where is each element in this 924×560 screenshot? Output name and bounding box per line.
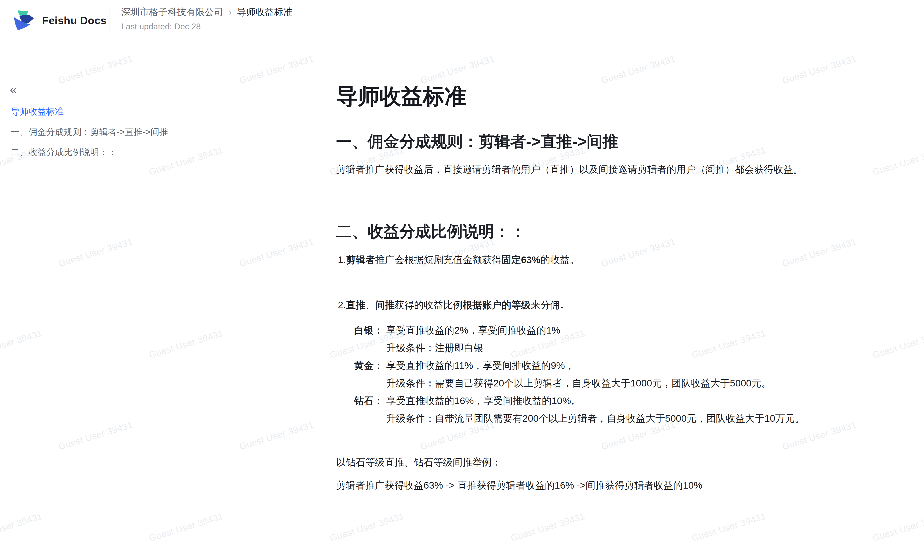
app-header: Feishu Docs 深圳市格子科技有限公司 › 导师收益标准 Last up… <box>0 0 924 40</box>
section-1-heading: 一、佣金分成规则：剪辑者->直推->间推 <box>336 131 915 152</box>
example-intro: 以钻石等级直推、钻石等级间推举例： <box>336 455 915 469</box>
outline-toc: 导师收益标准 一、佣金分成规则：剪辑者->直推->间推 二、收益分成比例说明：： <box>11 106 294 167</box>
level-gold-name: 黄金： <box>354 356 386 374</box>
brand-name: Feishu Docs <box>42 14 106 27</box>
breadcrumb: 深圳市格子科技有限公司 › 导师收益标准 <box>121 6 292 18</box>
toc-item-section-1[interactable]: 一、佣金分成规则：剪辑者->直推->间推 <box>11 127 294 138</box>
level-diamond-condition: 升级条件：自带流量团队需要有200个以上剪辑者，自身收益大于5000元，团队收益… <box>386 409 915 427</box>
guest-watermark-text: Guest User 39431 <box>238 237 315 269</box>
list-item-1-number: 1. <box>338 254 346 265</box>
level-gold-condition: 升级条件：需要自己获得20个以上剪辑者，自身收益大于1000元，团队收益大于50… <box>386 374 915 392</box>
list-item-2-number: 2. <box>338 299 346 310</box>
guest-watermark-text: Guest User 39431 <box>0 328 44 360</box>
list-item-2-bold-level: 根据账户的等级 <box>463 299 531 310</box>
doc-title: 导师收益标准 <box>336 82 915 110</box>
list-item-2-bold-indirect: 间推 <box>375 299 394 310</box>
feishu-docs-page: Guest User 39431Guest User 39431Guest Us… <box>0 0 924 560</box>
guest-watermark-text: Guest User 39431 <box>238 53 315 86</box>
guest-watermark-text: Guest User 39431 <box>57 53 134 86</box>
level-list: 白银：享受直推收益的2%，享受间推收益的1% 升级条件：注册即白银 黄金：享受直… <box>336 321 915 427</box>
list-item-1-bold-editor: 剪辑者 <box>346 254 375 265</box>
list-item-1-text: 推广会根据短剧充值金额获得 <box>375 254 502 265</box>
guest-watermark-text: Guest User 39431 <box>690 511 767 543</box>
last-updated-label: Last updated: Dec 28 <box>121 21 201 32</box>
level-silver-name: 白银： <box>354 321 386 339</box>
guest-watermark-text: Guest User 39431 <box>328 511 405 543</box>
document-content: 导师收益标准 一、佣金分成规则：剪辑者->直推->间推 剪辑者推广获得收益后，直… <box>336 40 915 492</box>
level-silver-row: 白银：享受直推收益的2%，享受间推收益的1% <box>354 321 915 339</box>
level-silver-desc: 享受直推收益的2%，享受间推收益的1% <box>386 325 560 335</box>
toc-item-title[interactable]: 导师收益标准 <box>11 106 294 117</box>
list-item-2-separator: 、 <box>366 299 375 310</box>
guest-watermark-text: Guest User 39431 <box>148 511 224 543</box>
guest-watermark-text: Guest User 39431 <box>510 511 586 543</box>
level-gold-row: 黄金：享受直推收益的11%，享受间推收益的9%， <box>354 356 915 374</box>
guest-watermark-text: Guest User 39431 <box>0 511 44 543</box>
feishu-logo-icon <box>14 10 34 30</box>
chevron-right-icon: › <box>229 6 232 18</box>
list-item-2-text: 获得的收益比例 <box>394 299 463 310</box>
list-item-1-tail: 的收益。 <box>540 254 579 265</box>
guest-watermark-text: Guest User 39431 <box>238 419 315 452</box>
level-diamond-name: 钻石： <box>354 392 386 409</box>
breadcrumb-parent[interactable]: 深圳市格子科技有限公司 <box>121 6 223 18</box>
guest-watermark-text: Guest User 39431 <box>57 419 134 452</box>
feishu-docs-brand[interactable]: Feishu Docs <box>14 10 106 31</box>
level-diamond-desc: 享受直推收益的16%，享受间推收益的10%。 <box>386 395 581 406</box>
list-item-2-tail: 来分佣。 <box>531 299 570 310</box>
collapse-sidebar-icon[interactable]: « <box>10 83 17 95</box>
list-item-2: 2.直推、间推获得的收益比例根据账户的等级来分佣。 <box>336 298 915 312</box>
guest-watermark-text: Guest User 39431 <box>871 511 924 543</box>
header-divider <box>109 8 110 31</box>
example-flow: 剪辑者推广获得收益63% -> 直推获得剪辑者收益的16% ->间推获得剪辑者收… <box>336 478 915 492</box>
level-silver-condition: 升级条件：注册即白银 <box>386 339 915 356</box>
guest-watermark-text: Guest User 39431 <box>57 237 134 269</box>
level-gold-desc: 享受直推收益的11%，享受间推收益的9%， <box>386 360 574 371</box>
section-1-paragraph: 剪辑者推广获得收益后，直接邀请剪辑者的用户（直推）以及间接邀请剪辑者的用户（间推… <box>336 162 915 176</box>
breadcrumb-current: 导师收益标准 <box>237 6 292 18</box>
list-item-2-bold-direct: 直推 <box>346 299 366 310</box>
guest-watermark-text: Guest User 39431 <box>148 328 224 360</box>
level-diamond-row: 钻石：享受直推收益的16%，享受间推收益的10%。 <box>354 392 915 409</box>
toc-item-section-2[interactable]: 二、收益分成比例说明：： <box>11 147 294 158</box>
list-item-1: 1.剪辑者推广会根据短剧充值金额获得固定63%的收益。 <box>336 253 915 267</box>
list-item-1-bold-rate: 固定63% <box>502 254 540 265</box>
section-2-heading: 二、收益分成比例说明：： <box>336 221 915 242</box>
